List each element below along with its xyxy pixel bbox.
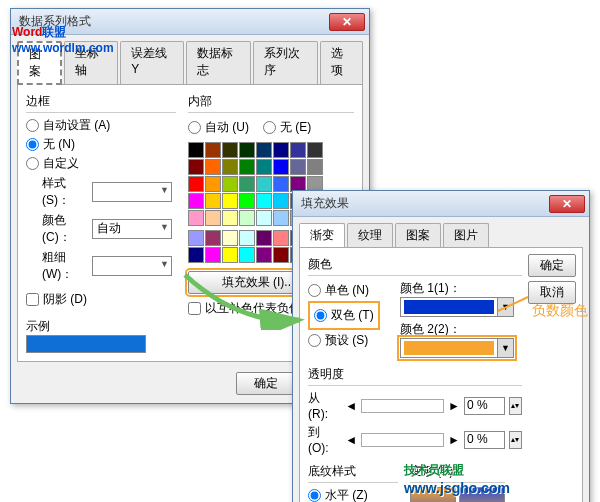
- tab-texture[interactable]: 纹理: [347, 223, 393, 247]
- cancel-button-2[interactable]: 取消: [528, 281, 576, 304]
- c2-label: 颜色 2(2)：: [400, 321, 514, 338]
- colors-label: 颜色: [308, 256, 522, 276]
- weight-combo[interactable]: [92, 256, 172, 276]
- to-label: 到 (O):: [308, 424, 341, 455]
- annotation-line: [496, 295, 532, 315]
- color-combo[interactable]: 自动: [92, 219, 172, 239]
- neg-color-annotation: 负数颜色: [532, 302, 588, 320]
- ok-button[interactable]: 确定: [236, 372, 296, 395]
- ok-button-2[interactable]: 确定: [528, 254, 576, 277]
- to-spin[interactable]: ▴▾: [509, 431, 522, 449]
- radio-none[interactable]: 无 (N): [26, 136, 176, 153]
- border-label: 边框: [26, 93, 176, 113]
- color-label: 颜色 (C)：: [26, 212, 86, 246]
- from-slider[interactable]: [361, 399, 444, 413]
- dialog-title-2: 填充效果: [297, 195, 549, 212]
- titlebar: 数据系列格式 ✕: [11, 9, 369, 35]
- tab-pattern[interactable]: 图案: [17, 41, 62, 85]
- tabs-2: 渐变 纹理 图案 图片: [293, 217, 589, 247]
- sample-preview: [26, 335, 146, 353]
- titlebar-2: 填充效果 ✕: [293, 191, 589, 217]
- border-group: 边框 自动设置 (A) 无 (N) 自定义 样式 (S)： 颜色 (C)：自动 …: [26, 93, 176, 283]
- tab-gradient[interactable]: 渐变: [299, 223, 345, 248]
- variant-label: 变形 (A): [410, 463, 505, 483]
- radio-double[interactable]: 双色 (T): [314, 307, 374, 324]
- shading-label: 底纹样式: [308, 463, 398, 483]
- tab-picture[interactable]: 图片: [443, 223, 489, 247]
- radio-single[interactable]: 单色 (N): [308, 282, 388, 299]
- variant-grid[interactable]: [410, 487, 505, 502]
- tab-error[interactable]: 误差线 Y: [120, 41, 184, 84]
- from-spin[interactable]: ▴▾: [509, 397, 522, 415]
- radio-int-auto[interactable]: 自动 (U): [188, 119, 249, 136]
- close-icon[interactable]: ✕: [329, 13, 365, 31]
- fill-effects-dialog: 填充效果 ✕ 渐变 纹理 图案 图片 确定 取消 颜色 单色 (N) 双色 (T…: [292, 190, 590, 502]
- from-pct: 0 %: [464, 397, 505, 415]
- tab-labels[interactable]: 数据标志: [186, 41, 251, 84]
- radio-preset[interactable]: 预设 (S): [308, 332, 388, 349]
- tab-order[interactable]: 系列次序: [253, 41, 318, 84]
- style-combo[interactable]: [92, 182, 172, 202]
- radio-horiz[interactable]: 水平 (Z): [308, 487, 398, 502]
- to-slider[interactable]: [361, 433, 444, 447]
- shadow-check[interactable]: 阴影 (D): [26, 291, 176, 308]
- tab-pattern2[interactable]: 图案: [395, 223, 441, 247]
- tab-content-2: 确定 取消 颜色 单色 (N) 双色 (T) 预设 (S) 颜色 1(1)： ▼…: [299, 247, 583, 502]
- close-icon-2[interactable]: ✕: [549, 195, 585, 213]
- interior-label: 内部: [188, 93, 354, 113]
- weight-label: 粗细 (W)：: [26, 249, 86, 283]
- to-pct: 0 %: [464, 431, 505, 449]
- tab-options[interactable]: 选项: [320, 41, 363, 84]
- tabs: 图案 坐标轴 误差线 Y 数据标志 系列次序 选项: [11, 35, 369, 84]
- tab-axis[interactable]: 坐标轴: [64, 41, 118, 84]
- radio-custom[interactable]: 自定义: [26, 155, 176, 172]
- sample-label: 示例: [26, 318, 176, 335]
- trans-label: 透明度: [308, 366, 522, 386]
- color2-combo[interactable]: ▼: [400, 338, 514, 358]
- dialog-title: 数据系列格式: [15, 13, 329, 30]
- radio-auto[interactable]: 自动设置 (A): [26, 117, 176, 134]
- style-label: 样式 (S)：: [26, 175, 86, 209]
- from-label: 从 (R):: [308, 390, 341, 421]
- radio-int-none[interactable]: 无 (E): [263, 119, 311, 136]
